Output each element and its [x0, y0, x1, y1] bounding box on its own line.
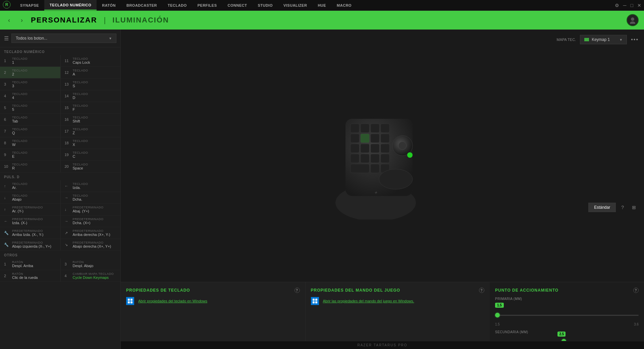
puls-item-left[interactable]: ← TECLADO Izda. — [60, 180, 121, 192]
actuation-help-icon[interactable]: ? — [633, 288, 639, 293]
key-item-9[interactable]: 9 TECLADO E — [0, 149, 60, 160]
puls-pre-downright[interactable]: ↘ PREDETERMINADO Abajo derecha (X+, Y+) — [60, 239, 121, 250]
forward-button[interactable]: › — [18, 15, 25, 25]
keyboard-help-icon[interactable]: ? — [294, 288, 300, 293]
key-item-8[interactable]: 8 TECLADO W — [0, 137, 60, 149]
key-item-13[interactable]: 13 TECLADO S — [60, 79, 121, 90]
key-item-1[interactable]: 1 TECLADO 1 — [0, 55, 60, 66]
puls-pre-right[interactable]: → PREDETERMINADO Dcha. (X+) — [60, 215, 121, 227]
tab-raton[interactable]: RATÓN — [97, 0, 121, 10]
win-sq-2 — [315, 299, 317, 301]
key-type: TECLADO — [12, 104, 28, 107]
puls-item-down[interactable]: ↓ TECLADO Abajo — [0, 192, 60, 203]
device-svg: ✦ — [332, 99, 433, 219]
avatar[interactable] — [627, 14, 639, 26]
puls-row-pre4: 🔧 PREDETERMINADO Abajo izquierda (X-, Y+… — [0, 239, 120, 251]
key-item-12[interactable]: 12 TECLADO A — [60, 67, 121, 78]
puls-pre-down[interactable]: ↓ PREDETERMINADO Abaj. (Y+) — [60, 204, 121, 215]
tab-synapse[interactable]: SYNAPSE — [15, 0, 44, 10]
otros-item-3[interactable]: 3 RATÓN Despl. Abajo — [60, 258, 121, 270]
puls-pre-upright[interactable]: ↗ PREDETERMINADO Arriba derecha (X+, Y-) — [60, 227, 121, 239]
key-info: TECLADO 5 — [12, 104, 28, 111]
minimize-icon[interactable]: ─ — [623, 3, 627, 8]
puls-pre-up[interactable]: ↑ PREDETERMINADO Ar. (Y-) — [0, 204, 60, 215]
puls-item-right[interactable]: → TECLADO Dcha. — [60, 192, 121, 203]
key-item-14[interactable]: 14 TECLADO D — [60, 90, 121, 102]
keymap-dropdown[interactable]: Keymap 1 ▼ — [580, 35, 627, 44]
svg-point-2 — [631, 17, 634, 21]
back-button[interactable]: ‹ — [5, 15, 13, 25]
tab-perfiles[interactable]: PERFILES — [192, 0, 222, 10]
otros-item-4[interactable]: 4 CAMBIAR MAPA TECLADO Cycle Down Keymap… — [60, 270, 121, 282]
otros-item-2[interactable]: 2 RATÓN Clic de la rueda — [0, 270, 60, 282]
key-item-7[interactable]: 7 TECLADO Q — [0, 126, 60, 137]
key-info: PREDETERMINADO Arriba derecha (X+, Y-) — [73, 229, 110, 237]
grid-view-icon[interactable]: ⊞ — [629, 203, 639, 211]
gamepad-properties-title: PROPIEDADES DEL MANDO DEL JUEGO ? — [311, 288, 485, 293]
svg-rect-14 — [381, 134, 389, 143]
key-label: Z — [73, 131, 88, 135]
key-number: 8 — [4, 141, 9, 145]
open-keyboard-props-link[interactable]: Abrir propiedades del teclado en Windows — [138, 299, 207, 303]
key-item-5[interactable]: 5 TECLADO 5 — [0, 102, 60, 113]
key-label: Arriba derecha (X+, Y-) — [73, 233, 110, 237]
key-item-11[interactable]: 11 TECLADO Caps Lock — [60, 55, 121, 66]
primary-slider-container[interactable] — [495, 310, 639, 320]
standard-view-button[interactable]: Estándar — [588, 203, 616, 212]
open-gamepad-props-link[interactable]: Abrir las propiedades del mando del jueg… — [323, 299, 414, 303]
key-item-4[interactable]: 4 TECLADO 4 — [0, 90, 60, 102]
menu-icon[interactable]: ☰ — [4, 35, 9, 42]
key-item-18[interactable]: 18 TECLADO X — [60, 137, 121, 149]
help-view-icon[interactable]: ? — [619, 203, 627, 211]
svg-point-30 — [407, 152, 413, 158]
puls-pre-downleft[interactable]: 🔧 PREDETERMINADO Abajo izquierda (X-, Y+… — [0, 239, 60, 250]
key-item-17[interactable]: 17 TECLADO Z — [60, 126, 121, 137]
maximize-icon[interactable]: □ — [631, 3, 633, 8]
key-item-20[interactable]: 20 TECLADO Space — [60, 161, 121, 172]
primary-slider-thumb[interactable] — [495, 313, 500, 317]
page-title: PERSONALIZAR — [31, 16, 97, 24]
key-item-19[interactable]: 19 TECLADO C — [60, 149, 121, 160]
key-info: TECLADO A — [73, 69, 88, 76]
tab-connect[interactable]: CONNECT — [222, 0, 253, 10]
tab-teclado[interactable]: TECLADO — [162, 0, 192, 10]
arrow-downright-icon: ↘ — [65, 243, 70, 247]
close-icon[interactable]: ✕ — [637, 3, 641, 8]
key-item-6[interactable]: 6 TECLADO Tab — [0, 114, 60, 125]
gamepad-help-icon[interactable]: ? — [479, 288, 484, 293]
svg-rect-7 — [351, 124, 359, 133]
tab-macro[interactable]: MACRO — [331, 0, 357, 10]
sidebar-filter: ☰ Todos los boton... ▼ — [0, 30, 120, 47]
key-item-2[interactable]: 2 TECLADO 2 — [0, 67, 60, 78]
key-info: TECLADO S — [73, 81, 88, 88]
tab-hue[interactable]: HUE — [312, 0, 331, 10]
svg-rect-20 — [361, 154, 369, 163]
tab-studio[interactable]: STUDIO — [252, 0, 278, 10]
key-label: Arriba Izda. (X-, Y-) — [12, 233, 44, 237]
key-type: TECLADO — [12, 182, 28, 186]
key-number: 2 — [4, 274, 9, 278]
key-item-15[interactable]: 15 TECLADO F — [60, 102, 121, 113]
tab-teclado-numerico[interactable]: TECLADO NUMÉRICO — [44, 0, 97, 10]
primary-label: PRIMARIA (mm) — [495, 297, 639, 301]
win-sq-1 — [313, 299, 315, 301]
key-label: W — [12, 143, 28, 147]
puls-pre-left[interactable]: ← PREDETERMINADO Izda. (X-) — [0, 215, 60, 227]
more-options-button[interactable]: ••• — [631, 37, 639, 43]
otros-item-1[interactable]: 1 RATÓN Despl. Arriba — [0, 258, 60, 270]
puls-pre-upleft[interactable]: 🔧 PREDETERMINADO Arriba Izda. (X-, Y-) — [0, 227, 60, 239]
key-info: TECLADO 3 — [12, 81, 28, 88]
puls-item-up[interactable]: ↑ TECLADO Ar. — [0, 180, 60, 192]
key-item-10[interactable]: 10 TECLADO R — [0, 161, 60, 172]
tab-visualizer[interactable]: VISUALIZER — [278, 0, 312, 10]
tab-broadcaster[interactable]: BROADCASTER — [121, 0, 162, 10]
key-item-16[interactable]: 16 TECLADO Shift — [60, 114, 121, 125]
filter-dropdown[interactable]: Todos los boton... ▼ — [11, 34, 116, 43]
key-number: 3 — [65, 262, 70, 266]
key-item-3[interactable]: 3 TECLADO 3 — [0, 79, 60, 90]
key-list-otros: 1 RATÓN Despl. Arriba 3 RATÓN Despl. Aba… — [0, 258, 120, 282]
key-info: TECLADO 1 — [12, 57, 28, 64]
settings-icon[interactable]: ⚙ — [615, 3, 619, 8]
gamepad-properties-label: PROPIEDADES DEL MANDO DEL JUEGO — [311, 288, 400, 293]
key-label: Q — [12, 131, 28, 135]
